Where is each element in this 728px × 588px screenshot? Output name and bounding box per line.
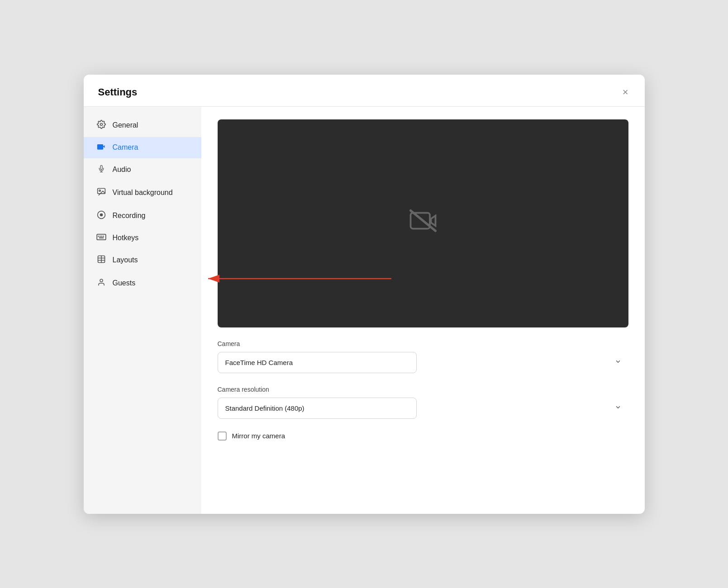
sidebar-label-audio: Audio — [113, 166, 131, 174]
sidebar-label-layouts: Layouts — [113, 256, 138, 264]
camera-icon — [96, 143, 106, 152]
settings-dialog: Settings × General — [84, 75, 645, 514]
mirror-checkbox-row: Mirror my camera — [218, 432, 628, 441]
close-button[interactable]: × — [621, 85, 630, 99]
sidebar-item-virtual-background[interactable]: Virtual background — [84, 181, 201, 204]
gear-icon — [96, 120, 106, 131]
dialog-title: Settings — [98, 86, 138, 98]
sidebar-label-recording: Recording — [113, 212, 146, 220]
sidebar-item-guests[interactable]: Guests — [84, 272, 201, 295]
sidebar-item-camera[interactable]: Camera — [84, 137, 201, 158]
dialog-body: General Camera — [84, 107, 645, 514]
sidebar-label-general: General — [113, 121, 138, 129]
svg-point-17 — [100, 279, 103, 282]
chevron-down-icon — [615, 359, 621, 366]
sidebar-label-virtual-background: Virtual background — [113, 189, 173, 197]
sidebar-item-recording[interactable]: Recording — [84, 204, 201, 228]
svg-point-4 — [99, 190, 100, 191]
layouts-icon — [96, 255, 106, 266]
mirror-checkbox[interactable] — [218, 432, 227, 441]
camera-select-wrapper: FaceTime HD Camera Virtual Camera — [218, 352, 628, 373]
sidebar-label-guests: Guests — [113, 279, 136, 287]
svg-rect-7 — [97, 234, 106, 239]
resolution-select[interactable]: Standard Definition (480p) High Definiti… — [218, 398, 417, 419]
sidebar-item-general[interactable]: General — [84, 114, 201, 137]
recording-icon — [96, 210, 106, 222]
svg-point-6 — [100, 213, 103, 216]
virtual-bg-icon — [96, 187, 106, 199]
main-content: Camera FaceTime HD Camera Virtual Camera… — [201, 107, 645, 514]
camera-field-label: Camera — [218, 340, 628, 347]
dialog-header: Settings × — [84, 75, 645, 107]
camera-select[interactable]: FaceTime HD Camera Virtual Camera — [218, 352, 417, 373]
camera-preview — [218, 119, 628, 327]
resolution-field-label: Camera resolution — [218, 386, 628, 393]
resolution-select-wrapper: Standard Definition (480p) High Definiti… — [218, 398, 628, 419]
chevron-down-icon-2 — [615, 404, 621, 412]
sidebar-label-camera: Camera — [113, 143, 138, 152]
svg-point-0 — [100, 123, 102, 125]
sidebar-item-audio[interactable]: Audio — [84, 158, 201, 181]
keyboard-icon — [96, 233, 106, 243]
guest-icon — [96, 278, 106, 289]
camera-off-icon — [409, 209, 437, 237]
sidebar-item-layouts[interactable]: Layouts — [84, 249, 201, 272]
mic-icon — [96, 164, 106, 175]
sidebar-item-hotkeys[interactable]: Hotkeys — [84, 228, 201, 249]
sidebar: General Camera — [84, 107, 201, 514]
sidebar-label-hotkeys: Hotkeys — [113, 234, 139, 242]
mirror-label: Mirror my camera — [232, 432, 285, 440]
